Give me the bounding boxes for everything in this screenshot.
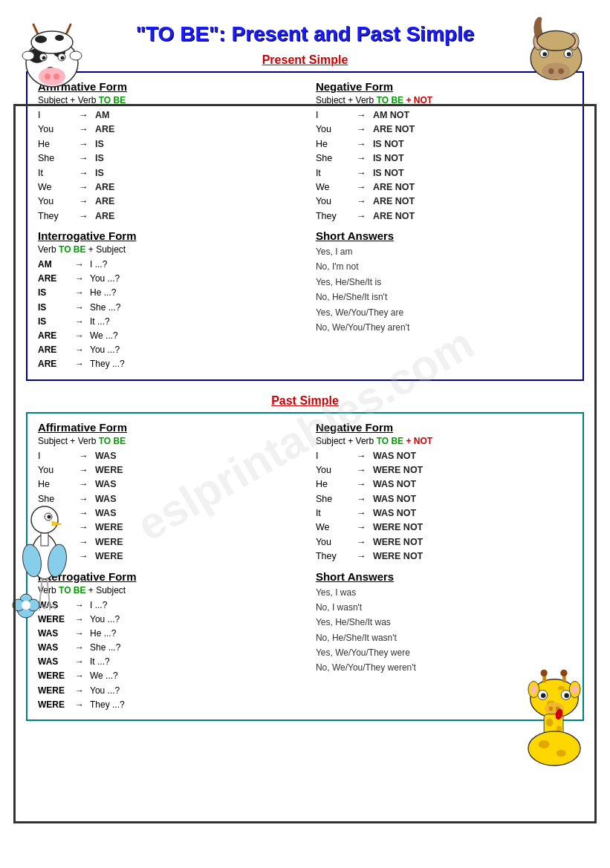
arrow-cell: →	[79, 195, 95, 209]
arrow-cell: →	[79, 123, 95, 137]
verb-cell: IS	[95, 166, 104, 180]
present-affirmative-col: Affirmative Form Subject + Verb TO BE I→…	[38, 80, 294, 223]
subject-cell: He	[316, 137, 357, 151]
subject-cell: They	[316, 549, 357, 564]
past-negative-header: Negative Form	[316, 421, 572, 434]
past-negative-subheader: Subject + Verb TO BE + NOT	[316, 436, 572, 446]
verb-cell: IS NOT	[373, 137, 404, 151]
arrow-cell: →	[75, 357, 90, 371]
table-row: She→WAS NOT	[316, 492, 572, 506]
present-grammar-box: Affirmative Form Subject + Verb TO BE I→…	[26, 71, 584, 381]
verb-cell: WAS NOT	[373, 506, 416, 521]
subject-cell: She	[316, 151, 357, 166]
svg-point-51	[22, 601, 30, 610]
subject-cell: It ...?	[90, 655, 149, 669]
svg-line-46	[50, 605, 56, 609]
svg-point-35	[48, 515, 51, 519]
list-item: Yes, I was	[316, 585, 572, 600]
table-row: They→ARE NOT	[316, 209, 572, 223]
svg-point-16	[35, 36, 47, 43]
arrow-cell: →	[79, 463, 95, 477]
present-negative-rows: I→AM NOTYou→ARE NOTHe→IS NOTShe→IS NOTIt…	[316, 108, 572, 223]
verb-cell: ARE NOT	[373, 180, 415, 195]
table-row: You→ARE NOT	[316, 123, 572, 137]
subject-cell: I	[38, 108, 79, 123]
svg-point-28	[548, 68, 554, 74]
svg-line-39	[39, 578, 42, 605]
past-affirmative-subheader: Subject + Verb TO BE	[38, 436, 294, 446]
table-row: You→ARE	[38, 195, 294, 209]
list-item: No, We/You/They aren't	[316, 320, 572, 335]
arrow-cell: →	[357, 151, 373, 166]
verb-cell: WERE NOT	[373, 549, 423, 564]
svg-line-44	[44, 605, 50, 607]
svg-point-9	[61, 56, 65, 60]
arrow-cell: →	[357, 477, 373, 492]
table-row: WERE→They ...?	[38, 698, 294, 712]
verb-cell: ARE NOT	[373, 123, 415, 137]
present-interrogative-rows: AM→I ...?ARE→You ...?IS→He ...?IS→She ..…	[38, 258, 294, 372]
arrow-cell: →	[75, 286, 90, 300]
table-row: He→WAS NOT	[316, 477, 572, 492]
verb-cell: WAS	[95, 492, 116, 506]
arrow-cell: →	[357, 195, 373, 209]
verb-cell: WAS	[95, 506, 116, 521]
present-short-answers-header: Short Answers	[316, 229, 572, 242]
present-affirmative-rows: I→AMYou→AREHe→ISShe→ISIt→ISWe→AREYou→ARE…	[38, 108, 294, 223]
svg-point-58	[541, 670, 548, 676]
bird-decoration	[11, 483, 78, 616]
subject-cell: I ...?	[90, 258, 149, 272]
subject-cell: She ...?	[90, 301, 149, 315]
table-row: IS→She ...?	[38, 301, 294, 315]
table-row: ARE→They ...?	[38, 357, 294, 371]
subject-cell: We ...?	[90, 669, 149, 683]
list-item: Yes, He/She/It is	[316, 275, 572, 290]
subject-cell: It	[316, 506, 357, 521]
arrow-cell: →	[75, 315, 90, 329]
verb-cell: WERE NOT	[373, 463, 423, 477]
svg-point-26	[567, 52, 571, 56]
table-row: I→WAS	[38, 449, 294, 463]
table-row: IS→He ...?	[38, 286, 294, 300]
arrow-cell: →	[75, 684, 90, 698]
table-row: You→WERE	[38, 463, 294, 477]
table-row: IS→It ...?	[38, 315, 294, 329]
svg-point-25	[542, 52, 547, 56]
verb-cell: WAS	[95, 449, 116, 463]
table-row: ARE→You ...?	[38, 343, 294, 357]
verb-cell: ARE NOT	[373, 209, 415, 223]
verb-cell: IS	[38, 315, 75, 329]
table-row: We→ARE	[38, 180, 294, 195]
present-interrogative-col: Interrogative Form Verb TO BE + Subject …	[38, 229, 294, 372]
verb-cell: IS	[38, 301, 75, 315]
arrow-cell: →	[79, 166, 95, 180]
verb-cell: WERE NOT	[373, 535, 423, 549]
svg-point-5	[70, 51, 82, 60]
table-row: ARE→We ...?	[38, 329, 294, 343]
subject-cell: He ...?	[90, 286, 149, 300]
verb-cell: AM	[95, 108, 109, 123]
past-label: Past Simple	[0, 394, 610, 408]
subject-cell: They ...?	[90, 698, 149, 712]
arrow-cell: →	[75, 655, 90, 669]
verb-cell: WAS	[38, 641, 75, 655]
subject-cell: She ...?	[90, 641, 149, 655]
arrow-cell: →	[79, 137, 95, 151]
list-item: Yes, He/She/It was	[316, 615, 572, 630]
present-interrog-subheader: Verb TO BE + Subject	[38, 244, 294, 255]
verb-cell: IS NOT	[373, 151, 404, 166]
verb-cell: AM	[38, 258, 75, 272]
arrow-cell: →	[79, 521, 95, 535]
subject-cell: I ...?	[90, 598, 149, 613]
subject-cell: You	[316, 195, 357, 209]
subject-cell: I	[316, 108, 357, 123]
past-top-row: Affirmative Form Subject + Verb TO BE I→…	[38, 421, 572, 564]
verb-cell: WAS NOT	[373, 492, 416, 506]
verb-cell: IS	[95, 137, 104, 151]
arrow-cell: →	[79, 506, 95, 521]
horse-decoration	[517, 7, 595, 97]
svg-point-30	[537, 30, 576, 50]
table-row: You→ARE	[38, 123, 294, 137]
svg-point-60	[560, 670, 567, 676]
verb-cell: WERE	[38, 698, 75, 712]
